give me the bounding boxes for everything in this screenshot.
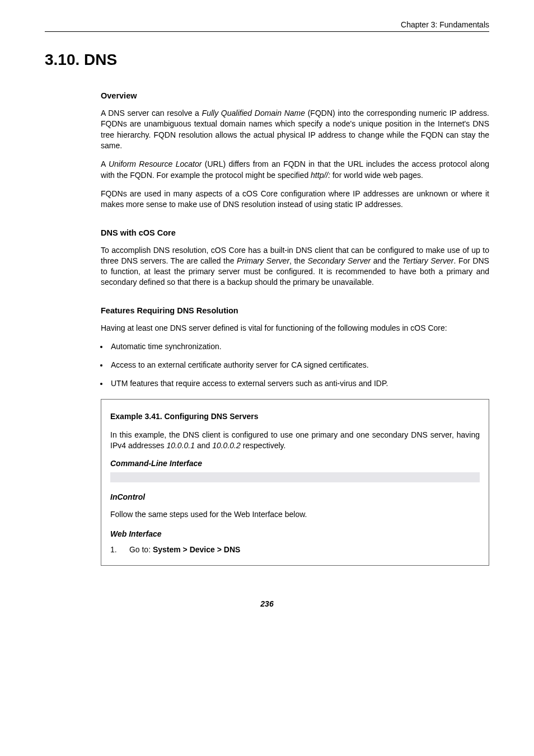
features-p1: Having at least one DNS server defined i… [101, 323, 489, 334]
web-label: Web Interface [110, 529, 480, 538]
header-rule [45, 31, 489, 32]
secondary-server-term: Secondary Server [307, 256, 371, 265]
content-area: Overview A DNS server can resolve a Full… [101, 91, 489, 566]
text: A [101, 159, 109, 168]
step-path: System > Device > DNS [153, 545, 240, 554]
incontrol-label: InControl [110, 492, 480, 501]
primary-server-term: Primary Server [237, 256, 289, 265]
page-number: 236 [45, 599, 489, 608]
example-box: Example 3.41. Configuring DNS Servers In… [101, 399, 489, 566]
dns-cos-p1: To accomplish DNS resolution, cOS Core h… [101, 245, 489, 288]
overview-p1: A DNS server can resolve a Fully Qualifi… [101, 108, 489, 151]
text: for world wide web pages. [330, 171, 423, 180]
dns-cos-heading: DNS with cOS Core [101, 228, 489, 237]
text: respectively. [241, 441, 286, 450]
overview-p3: FQDNs are used in many aspects of a cOS … [101, 189, 489, 210]
text: , the [289, 256, 307, 265]
list-item: UTM features that require access to exte… [109, 378, 489, 389]
list-item: Automatic time synchronization. [109, 341, 489, 352]
text: In this example, the DNS client is confi… [110, 430, 480, 450]
list-item: Access to an external certificate author… [109, 360, 489, 370]
text: A DNS server can resolve a [101, 109, 202, 118]
url-term: Uniform Resource Locator [109, 159, 202, 168]
features-list: Automatic time synchronization. Access t… [101, 341, 489, 389]
step-number: 1. [110, 545, 127, 554]
overview-p2: A Uniform Resource Locator (URL) differs… [101, 159, 489, 181]
code-bar [110, 472, 480, 482]
tertiary-server-term: Tertiary Server [402, 256, 454, 265]
section-title: 3.10. DNS [45, 51, 489, 69]
step-prefix: Go to: [129, 545, 153, 554]
overview-heading: Overview [101, 91, 489, 100]
page: Chapter 3: Fundamentals 3.10. DNS Overvi… [0, 0, 534, 756]
example-p1: In this example, the DNS client is confi… [110, 430, 480, 451]
cli-label: Command-Line Interface [110, 459, 480, 468]
features-heading: Features Requiring DNS Resolution [101, 306, 489, 315]
step-1: 1. Go to: System > Device > DNS [110, 545, 480, 554]
chapter-header: Chapter 3: Fundamentals [45, 20, 489, 29]
ip1: 10.0.0.1 [166, 441, 195, 450]
incontrol-text: Follow the same steps used for the Web I… [110, 509, 480, 520]
http-term: http//: [311, 171, 330, 180]
ip2: 10.0.0.2 [212, 441, 241, 450]
text: and [195, 441, 212, 450]
example-title: Example 3.41. Configuring DNS Servers [110, 412, 480, 421]
fqdn-term: Fully Qualified Domain Name [202, 109, 305, 118]
text: and the [371, 256, 402, 265]
